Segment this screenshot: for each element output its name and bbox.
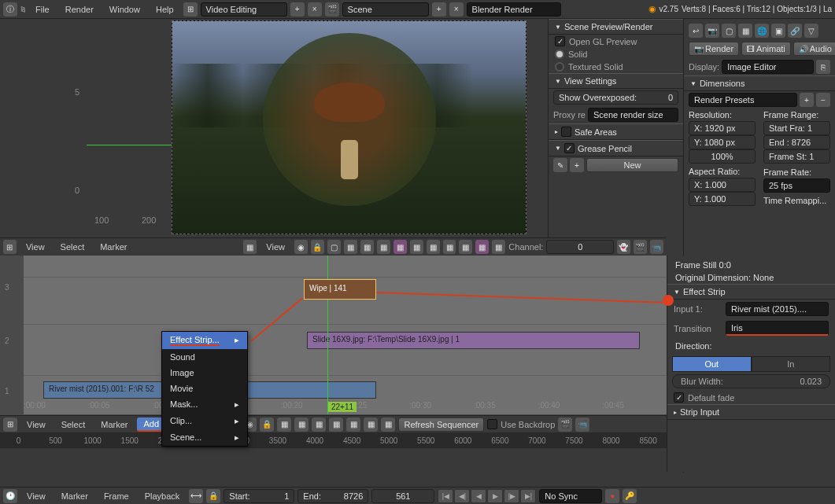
tl-frame-menu[interactable]: Frame bbox=[98, 490, 135, 502]
range-icon[interactable]: ⟷ bbox=[189, 489, 203, 503]
display-mode-icon[interactable]: ◉ bbox=[294, 240, 308, 254]
clap2-icon[interactable]: 🎬 bbox=[558, 418, 572, 432]
camera-icon[interactable]: 📷 bbox=[705, 24, 719, 38]
clock-icon[interactable]: 🕐 bbox=[3, 489, 17, 503]
jump-end-icon[interactable]: ▶| bbox=[520, 489, 536, 503]
menu-window[interactable]: Window bbox=[103, 3, 146, 16]
p7-icon[interactable]: ▦ bbox=[427, 240, 440, 254]
layout-dropdown[interactable]: Video Editing bbox=[201, 2, 287, 17]
seq-editor-icon[interactable]: ⊞ bbox=[3, 418, 17, 432]
render-icon[interactable]: ▢ bbox=[722, 24, 736, 38]
anim-tab[interactable]: 🎞Animati bbox=[741, 42, 791, 56]
start-frame-field[interactable]: Start Fra: 1 bbox=[763, 121, 830, 135]
object-icon[interactable]: ▣ bbox=[771, 24, 785, 38]
display-dropdown[interactable]: Image Editor bbox=[722, 60, 814, 74]
sq-7-icon[interactable]: ▦ bbox=[381, 418, 395, 432]
del-layout-icon[interactable]: × bbox=[308, 2, 322, 17]
new-button[interactable]: New bbox=[586, 158, 678, 172]
seq-icon[interactable]: ▦ bbox=[243, 240, 257, 254]
autokey-icon[interactable]: ● bbox=[605, 489, 619, 503]
seq-marker-menu[interactable]: Marker bbox=[94, 418, 134, 431]
res-x-field[interactable]: X: 1920 px bbox=[689, 121, 756, 135]
sequencer-canvas[interactable]: 22+11 Wipe | 141 Slide 16X9.jpg: F:\Temp… bbox=[24, 256, 667, 414]
blur-width-field[interactable]: Blur Width:0.023 bbox=[672, 374, 830, 388]
start-frame-input[interactable]: Start:1 bbox=[224, 489, 294, 503]
add-layout-icon[interactable]: + bbox=[290, 2, 305, 17]
frame-step-field[interactable]: Frame St: 1 bbox=[763, 149, 830, 164]
tl-marker-menu[interactable]: Marker bbox=[55, 490, 94, 502]
sq-5-icon[interactable]: ▦ bbox=[346, 418, 360, 432]
preview-view-menu[interactable]: View bbox=[20, 241, 51, 253]
ctx-sound[interactable]: Sound bbox=[162, 349, 247, 365]
tl-view-menu[interactable]: View bbox=[20, 490, 52, 502]
play-reverse-icon[interactable]: ◀ bbox=[471, 489, 486, 503]
seq-select-menu[interactable]: Select bbox=[55, 418, 92, 431]
p8-icon[interactable]: ▦ bbox=[443, 240, 456, 254]
add-icon[interactable]: + bbox=[570, 158, 584, 172]
p2-icon[interactable]: ▦ bbox=[344, 240, 357, 254]
cam2-icon[interactable]: 📹 bbox=[575, 418, 589, 432]
lock-icon[interactable]: 🔒 bbox=[311, 240, 324, 254]
add-preset-icon[interactable]: + bbox=[800, 93, 814, 107]
default-fade-checkbox[interactable] bbox=[674, 392, 684, 403]
grease-checkbox[interactable] bbox=[564, 143, 575, 153]
p1-icon[interactable]: ▢ bbox=[327, 240, 341, 254]
play-icon[interactable]: ▶ bbox=[487, 489, 503, 503]
world-icon[interactable]: 🌐 bbox=[755, 24, 769, 38]
sq-1-icon[interactable]: ▦ bbox=[277, 418, 291, 432]
overexposed-field[interactable]: Show Overexposed:0 bbox=[553, 90, 678, 105]
proxy-dropdown[interactable]: Scene render size bbox=[588, 108, 678, 122]
panel-grease-pencil[interactable]: ▼Grease Pencil bbox=[549, 140, 683, 156]
keyframe-next-icon[interactable]: |▶ bbox=[504, 489, 519, 503]
scene-dropdown[interactable]: Scene bbox=[342, 2, 429, 17]
opengl-checkbox[interactable] bbox=[555, 36, 565, 46]
panel-view-settings[interactable]: ▼View Settings bbox=[549, 73, 683, 89]
audio-tab[interactable]: 🔊Audio bbox=[793, 42, 835, 56]
direction-toggle[interactable]: Out In bbox=[672, 356, 830, 372]
presets-dropdown[interactable]: Render Presets bbox=[689, 93, 797, 107]
ghost-icon[interactable]: 👻 bbox=[617, 240, 630, 254]
engine-dropdown[interactable]: Blender Render bbox=[467, 2, 561, 17]
sq-lock-icon[interactable]: 🔒 bbox=[260, 418, 274, 432]
current-frame-input[interactable]: 561 bbox=[371, 489, 434, 503]
sq-4-icon[interactable]: ▦ bbox=[329, 418, 343, 432]
image-strip[interactable]: Slide 16X9.jpg: F:\Temp\Slide 16X9.jpg |… bbox=[307, 332, 640, 349]
p11-icon[interactable]: ▦ bbox=[492, 240, 505, 254]
end-frame-field[interactable]: End : 8726 bbox=[763, 135, 830, 149]
p9-icon[interactable]: ▦ bbox=[459, 240, 472, 254]
ctx-movie[interactable]: Movie bbox=[162, 381, 247, 396]
menu-help[interactable]: Help bbox=[150, 3, 180, 16]
textured-radio[interactable] bbox=[555, 62, 564, 72]
end-frame-input[interactable]: End:8726 bbox=[297, 489, 368, 503]
del-preset-icon[interactable]: − bbox=[816, 93, 830, 107]
backdrop-checkbox[interactable] bbox=[487, 419, 497, 429]
channel-field[interactable]: 0 bbox=[546, 240, 614, 254]
add-scene-icon[interactable]: + bbox=[432, 2, 446, 17]
seq-view-menu[interactable]: View bbox=[20, 418, 52, 431]
jump-start-icon[interactable]: |◀ bbox=[438, 489, 453, 503]
p3-icon[interactable]: ▦ bbox=[360, 240, 374, 254]
p5-icon[interactable]: ▦ bbox=[393, 240, 407, 254]
direction-out[interactable]: Out bbox=[672, 356, 752, 372]
solid-radio[interactable] bbox=[555, 50, 564, 59]
sync-dropdown[interactable]: No Sync bbox=[539, 489, 602, 503]
res-pct-field[interactable]: 100% bbox=[689, 149, 756, 164]
res-y-field[interactable]: Y: 1080 px bbox=[689, 135, 756, 149]
editor-icon[interactable]: ⊞ bbox=[3, 240, 17, 254]
key-icon[interactable]: 🔑 bbox=[623, 489, 637, 503]
scene-icon[interactable]: 🎬 bbox=[325, 2, 339, 17]
ctx-clip[interactable]: Clip...▸ bbox=[162, 413, 247, 429]
pencil-icon[interactable]: ✎ bbox=[553, 158, 567, 172]
clap-icon[interactable]: 🎬 bbox=[634, 240, 647, 254]
constraints-icon[interactable]: 🔗 bbox=[788, 24, 802, 38]
display-icon[interactable]: ⎘ bbox=[816, 60, 830, 74]
preview-select-menu[interactable]: Select bbox=[54, 241, 91, 253]
sq-2-icon[interactable]: ▦ bbox=[294, 418, 309, 432]
layout-icon[interactable]: ⊞ bbox=[183, 2, 198, 17]
sequencer-scrollbar[interactable]: 05001000 150020002500 300035004000 45005… bbox=[0, 432, 667, 448]
lock2-icon[interactable]: 🔒 bbox=[206, 489, 220, 503]
p6-icon[interactable]: ▦ bbox=[410, 240, 423, 254]
ctx-image[interactable]: Image bbox=[162, 365, 247, 381]
safe-areas-checkbox[interactable] bbox=[561, 127, 571, 137]
direction-in[interactable]: In bbox=[752, 356, 831, 372]
